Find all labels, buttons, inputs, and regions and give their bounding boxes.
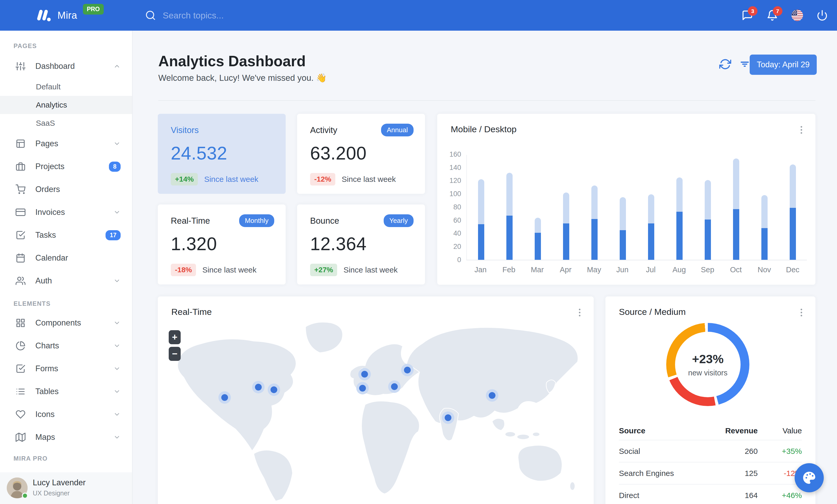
table-header-row: Source Revenue Value: [619, 422, 802, 440]
map-marker[interactable]: [489, 392, 496, 399]
messages-button[interactable]: 3: [741, 10, 753, 21]
stat-period-badge[interactable]: Monthly: [239, 214, 274, 227]
stat-period-badge[interactable]: Yearly: [384, 214, 413, 227]
map-icon: [16, 432, 25, 442]
sidebar-item-auth[interactable]: Auth: [0, 269, 132, 292]
sidebar-item-dashboard[interactable]: Dashboard: [0, 55, 132, 78]
map-marker[interactable]: [361, 371, 368, 377]
brand[interactable]: Mira PRO: [35, 0, 104, 31]
stat-period-badge[interactable]: Annual: [381, 124, 413, 136]
y-tick-label: 40: [453, 229, 461, 238]
user-role: UX Designer: [33, 489, 70, 497]
stacked-bar-aug: [676, 178, 682, 260]
sidebar-item-icons[interactable]: Icons: [0, 403, 132, 426]
source-medium-card: Source / Medium +23% new visitors Source…: [605, 296, 815, 504]
cell-value: +46%: [758, 491, 802, 500]
map-marker[interactable]: [391, 383, 398, 390]
pie-chart-icon: [16, 341, 25, 351]
sidebar-item-components[interactable]: Components: [0, 312, 132, 334]
stacked-bar-sep: [705, 180, 711, 260]
source-medium-table: Source Revenue Value Social260+35%Search…: [619, 422, 802, 504]
logout-button[interactable]: [816, 10, 828, 21]
chevron-down-icon: [113, 388, 121, 395]
chevron-up-icon: [113, 62, 121, 70]
heart-icon: [16, 409, 25, 419]
map-zoom-in-button[interactable]: +: [169, 330, 181, 344]
chart-menu-button[interactable]: [796, 125, 806, 135]
sidebar-item-label: Icons: [35, 410, 55, 419]
sidebar-item-label: Forms: [35, 364, 58, 373]
sidebar-item-tables[interactable]: Tables: [0, 380, 132, 403]
stacked-bar-may: [591, 186, 598, 260]
map-marker[interactable]: [221, 394, 228, 401]
theme-settings-fab[interactable]: [795, 463, 824, 492]
sidebar-item-pages[interactable]: Pages: [0, 132, 132, 155]
navbar-search[interactable]: [145, 0, 308, 31]
stacked-bar-jun: [620, 197, 626, 260]
language-button[interactable]: [791, 10, 803, 21]
y-tick-label: 120: [449, 177, 461, 185]
source-medium-menu-button[interactable]: [796, 307, 806, 318]
y-tick-label: 0: [457, 256, 461, 264]
sidebar-item-invoices[interactable]: Invoices: [0, 201, 132, 224]
x-tick-label: Feb: [495, 265, 523, 274]
sidebar-count-badge: 17: [106, 230, 121, 240]
sidebar-item-charts[interactable]: Charts: [0, 334, 132, 357]
sidebar-item-maps[interactable]: Maps: [0, 426, 132, 449]
power-icon: [817, 10, 828, 21]
x-tick-label: Jun: [608, 265, 637, 274]
map-marker[interactable]: [445, 414, 451, 421]
search-icon: [145, 10, 156, 21]
sidebar-item-tasks[interactable]: Tasks17: [0, 224, 132, 246]
stat-value: 24.532: [171, 143, 227, 164]
stat-delta-chip: +14%: [171, 173, 198, 186]
map-marker[interactable]: [359, 385, 366, 392]
filter-icon: [739, 58, 751, 70]
map-marker[interactable]: [271, 386, 277, 393]
shopping-cart-icon: [16, 184, 25, 194]
sidebar-subitem-analytics[interactable]: Analytics: [0, 96, 132, 114]
sidebar-item-label: Calendar: [35, 253, 68, 263]
mira-logo-icon: [35, 9, 52, 22]
col-value: Value: [758, 426, 802, 435]
chevron-down-icon: [113, 209, 121, 216]
list-icon: [16, 387, 25, 396]
sidebar-item-label: Auth: [35, 276, 52, 285]
chart-y-axis: 020406080100120140160: [437, 155, 461, 260]
donut-center: +23% new visitors: [666, 323, 749, 406]
sidebar-item-calendar[interactable]: Calendar: [0, 246, 132, 269]
table-row-direct: Direct164+46%: [619, 484, 802, 504]
search-input[interactable]: [163, 11, 308, 20]
chevron-down-icon: [113, 365, 121, 372]
y-tick-label: 60: [453, 217, 461, 224]
donut-center-value: +23%: [692, 352, 724, 366]
sidebar-item-label: Tables: [35, 387, 59, 396]
map-marker[interactable]: [404, 367, 411, 373]
sidebar-item-label: Tasks: [35, 230, 56, 240]
map-zoom-out-button[interactable]: −: [169, 347, 181, 361]
sidebar-subitem-default[interactable]: Default: [0, 78, 132, 96]
sidebar-section-label: MIRA PRO: [14, 455, 132, 463]
filter-button[interactable]: [739, 58, 751, 70]
sidebar-item-orders[interactable]: Orders: [0, 178, 132, 201]
pro-badge: PRO: [83, 4, 104, 15]
sidebar-item-projects[interactable]: Projects8: [0, 155, 132, 178]
sidebar-item-forms[interactable]: Forms: [0, 357, 132, 380]
stacked-bar-feb: [506, 173, 513, 260]
refresh-button[interactable]: [719, 58, 731, 70]
realtime-map-card: Real-Time + −: [158, 296, 594, 504]
sidebar-subitem-saas[interactable]: SaaS: [0, 114, 132, 132]
sidebar-user[interactable]: Lucy Lavender UX Designer: [0, 472, 132, 504]
chevron-down-icon: [113, 342, 121, 350]
page-subtitle: Welcome back, Lucy! We've missed you. 👋: [158, 73, 327, 83]
stat-caption: Since last week: [204, 175, 258, 184]
today-button[interactable]: Today: April 29: [750, 55, 817, 75]
sidebar-item-label: Components: [35, 318, 81, 328]
stat-value: 63.200: [310, 143, 367, 164]
map-marker[interactable]: [255, 384, 262, 390]
col-source: Source: [619, 426, 703, 435]
online-status-dot: [22, 492, 28, 499]
cell-value: +35%: [758, 447, 802, 456]
x-tick-label: May: [580, 265, 608, 274]
notifications-button[interactable]: 7: [766, 10, 778, 21]
